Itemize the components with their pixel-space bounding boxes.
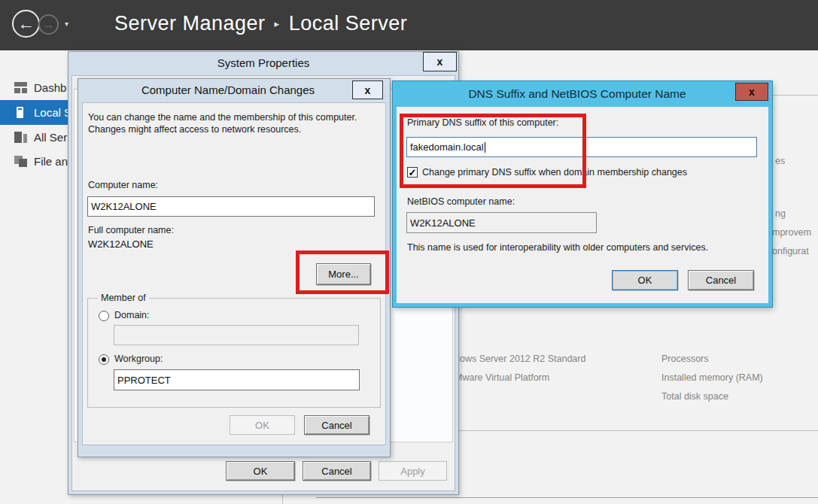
forward-icon: → bbox=[43, 18, 55, 32]
workgroup-input[interactable]: PPROTECT bbox=[114, 369, 360, 390]
server-manager-screen: ← → ▾ Server Manager▸Local Server Dashb … bbox=[0, 0, 818, 504]
forward-button[interactable]: → bbox=[38, 14, 59, 35]
full-computer-name-value: W2K12ALONE bbox=[88, 238, 154, 250]
file-storage-icon bbox=[14, 156, 27, 167]
netbios-name-value: W2K12ALONE bbox=[410, 217, 476, 229]
button-label: Cancel bbox=[706, 275, 736, 286]
computer-name-input[interactable]: W2K12ALONE bbox=[87, 196, 375, 217]
computer-name-value: W2K12ALONE bbox=[91, 201, 157, 212]
system-properties-cancel-button[interactable]: Cancel bbox=[303, 461, 371, 481]
background-panel-edge bbox=[316, 497, 818, 498]
breadcrumb-page: Local Server bbox=[289, 12, 408, 35]
text-caret bbox=[485, 142, 485, 153]
background-os-name: dows Server 2012 R2 Standard bbox=[455, 354, 585, 364]
button-label: Apply bbox=[400, 466, 425, 477]
sidebar-item-label: All Ser bbox=[34, 131, 67, 144]
button-label: Cancel bbox=[321, 420, 351, 431]
button-label: More... bbox=[328, 269, 358, 280]
background-prop-disk: Total disk space bbox=[661, 391, 728, 402]
check-icon: ✓ bbox=[409, 168, 417, 178]
computer-name-dialog-description: You can change the name and the membersh… bbox=[88, 111, 389, 135]
dns-dialog-close-button[interactable]: x bbox=[735, 83, 768, 101]
domain-input bbox=[114, 325, 359, 345]
dashboard-icon bbox=[14, 82, 27, 93]
local-server-icon bbox=[14, 107, 27, 118]
dns-dialog-title: DNS Suffix and NetBIOS Computer Name bbox=[393, 87, 762, 101]
background-hardware-name: Mware Virtual Platform bbox=[455, 372, 549, 383]
system-properties-ok-button[interactable]: OK bbox=[226, 461, 295, 481]
background-text-fragment: es bbox=[775, 156, 785, 166]
background-prop-memory: Installed memory (RAM) bbox=[661, 372, 763, 383]
background-text-fragment: mprovem bbox=[772, 227, 811, 238]
button-label: OK bbox=[638, 275, 652, 286]
domain-radio[interactable] bbox=[99, 311, 109, 321]
computer-name-dialog-title: Computer Name/Domain Changes bbox=[78, 83, 379, 96]
netbios-name-input: W2K12ALONE bbox=[406, 212, 597, 233]
system-properties-title: System Properties bbox=[68, 56, 459, 69]
all-servers-icon bbox=[14, 132, 27, 143]
system-properties-close-button[interactable]: x bbox=[423, 52, 457, 71]
computer-name-dialog-cancel-button[interactable]: Cancel bbox=[304, 415, 369, 435]
breadcrumb-app: Server Manager bbox=[114, 12, 266, 35]
workgroup-radio[interactable] bbox=[99, 354, 109, 365]
computer-name-dialog-ok-button: OK bbox=[230, 415, 295, 435]
primary-dns-suffix-input[interactable]: fakedomain.local bbox=[406, 137, 757, 157]
netbios-note: This name is used for interoperability w… bbox=[407, 242, 708, 253]
member-of-label: Member of bbox=[98, 293, 149, 303]
workgroup-radio-label[interactable]: Workgroup: bbox=[114, 354, 163, 364]
sidebar-item-label: File an bbox=[34, 155, 68, 168]
sidebar-item-label: Local S bbox=[34, 106, 71, 119]
change-dns-suffix-checkbox-label[interactable]: Change primary DNS suffix when domain me… bbox=[422, 167, 687, 178]
close-icon: x bbox=[365, 85, 371, 96]
back-button[interactable]: ← bbox=[12, 10, 40, 38]
domain-radio-label[interactable]: Domain: bbox=[114, 310, 150, 320]
background-divider bbox=[459, 430, 818, 431]
button-label: Cancel bbox=[321, 466, 351, 477]
primary-dns-suffix-label: Primary DNS suffix of this computer: bbox=[407, 117, 558, 128]
background-divider bbox=[772, 95, 818, 96]
background-prop-processors: Processors bbox=[661, 354, 709, 364]
back-icon: ← bbox=[17, 14, 35, 34]
dns-dialog-ok-button[interactable]: OK bbox=[612, 270, 678, 290]
breadcrumb: Server Manager▸Local Server bbox=[114, 12, 407, 35]
full-computer-name-label: Full computer name: bbox=[88, 225, 174, 235]
background-text-fragment: onfigurat bbox=[772, 246, 809, 257]
workgroup-value: PPROTECT bbox=[117, 375, 171, 386]
dns-dialog-cancel-button[interactable]: Cancel bbox=[688, 270, 754, 290]
more-button[interactable]: More... bbox=[316, 263, 371, 285]
computer-name-dialog-close-button[interactable]: x bbox=[352, 80, 383, 99]
history-dropdown-caret[interactable]: ▾ bbox=[65, 20, 68, 28]
sidebar-item-label: Dashb bbox=[34, 81, 66, 94]
system-properties-apply-button: Apply bbox=[379, 461, 447, 481]
chevron-down-icon: ▾ bbox=[65, 20, 68, 28]
change-dns-suffix-checkbox[interactable]: ✓ bbox=[407, 167, 418, 178]
primary-dns-suffix-value: fakedomain.local bbox=[410, 141, 484, 153]
button-label: OK bbox=[255, 420, 269, 431]
close-icon: x bbox=[437, 56, 443, 67]
netbios-name-label: NetBIOS computer name: bbox=[407, 196, 515, 207]
breadcrumb-separator-icon: ▸ bbox=[275, 18, 280, 29]
button-label: OK bbox=[254, 466, 268, 477]
background-text-fragment: ng bbox=[775, 208, 786, 219]
close-icon: x bbox=[749, 86, 755, 98]
computer-name-label: Computer name: bbox=[88, 180, 158, 190]
